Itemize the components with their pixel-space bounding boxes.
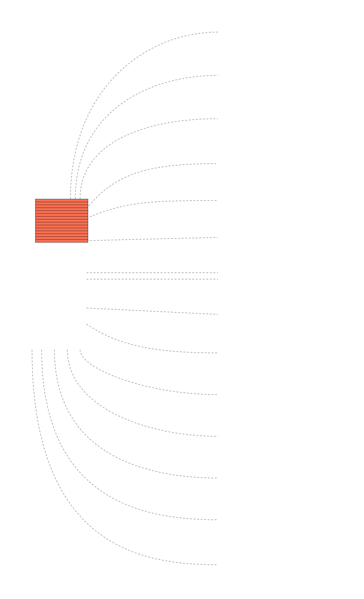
- field: [36, 217, 88, 219]
- field: [36, 237, 88, 240]
- er-diagram: [3, 6, 361, 587]
- field: [36, 208, 88, 211]
- field: [36, 214, 88, 217]
- field: [36, 202, 88, 205]
- field: [36, 234, 88, 237]
- field: [36, 231, 88, 234]
- entity-ufplt: [35, 199, 88, 243]
- field: [36, 205, 88, 208]
- field: [36, 211, 88, 214]
- field: [36, 228, 88, 231]
- field: [36, 222, 88, 225]
- field: [36, 219, 88, 222]
- entity-header: [36, 199, 88, 202]
- connector-lines: [3, 6, 361, 587]
- field: [36, 225, 88, 228]
- field: [36, 240, 88, 242]
